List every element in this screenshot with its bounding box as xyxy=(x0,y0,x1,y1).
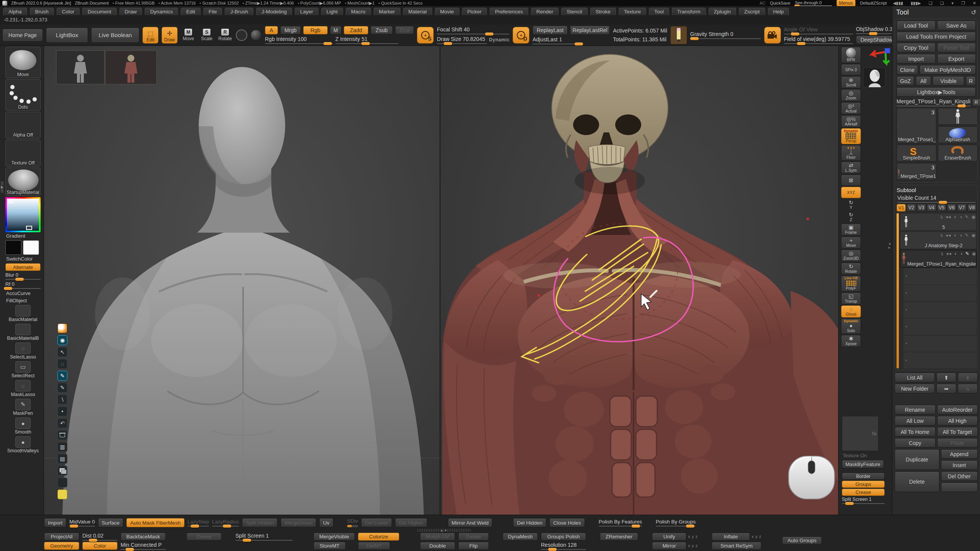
tool-thumbnail-merged-tpose-small[interactable]: 3 Merged_TPose1 xyxy=(897,163,936,180)
dynamic-draw-size-toggle[interactable]: Dynamic xyxy=(489,37,510,42)
menu-item[interactable]: Layer xyxy=(295,8,318,16)
split-screen-slider[interactable]: Split Screen 1 xyxy=(842,497,885,504)
palette-icon[interactable] xyxy=(57,478,67,487)
scale-mode-button[interactable]: S Scale xyxy=(199,29,214,41)
subtool-page-tab[interactable]: V5 xyxy=(937,204,946,212)
scroll-button[interactable]: ⊕ Scroll xyxy=(841,76,861,88)
spix-slider[interactable]: SPix 3 xyxy=(841,64,861,75)
rgb-intensity-slider[interactable]: Rgb Intensity 100 xyxy=(265,36,333,44)
fov-slider[interactable]: Field of view(deg) 39.59775 xyxy=(784,36,853,44)
stroke-replay-icon[interactable]: +D xyxy=(513,27,529,44)
menu-item[interactable]: Edit xyxy=(181,8,200,16)
gradient-label[interactable]: Gradient xyxy=(6,233,44,239)
subtool-empty-row[interactable] xyxy=(903,268,977,284)
brush-smoothvalleys[interactable]: ● SmoothValleys xyxy=(5,436,41,453)
draw-mode-button[interactable]: ✛ Draw xyxy=(162,27,178,44)
visible-count-slider[interactable]: Visible Count 14 xyxy=(897,195,976,203)
angle-of-view-slider[interactable]: Angle Of View xyxy=(784,26,853,34)
save-as-button[interactable]: Save As xyxy=(937,21,976,30)
subtool-page-tab[interactable]: V3 xyxy=(917,204,926,212)
camera-icon[interactable] xyxy=(764,27,781,44)
xyz-button[interactable]: XYZ xyxy=(841,187,861,198)
polypaint-icon[interactable]: ✎ xyxy=(965,214,969,220)
alternate-button[interactable]: Alternate xyxy=(5,263,41,271)
move-up-button[interactable]: ⬆ xyxy=(936,373,956,382)
boolean-difference-icon[interactable]: ◐ xyxy=(954,251,957,256)
menu-item[interactable]: Render xyxy=(531,8,559,16)
polypaint-icon[interactable]: ✎ xyxy=(965,233,969,238)
import-button[interactable]: Import xyxy=(897,54,936,64)
dynamesh-button[interactable]: DynaMesh xyxy=(503,533,538,541)
morph-uv-button[interactable]: Morph UV xyxy=(420,533,455,541)
menu-item[interactable]: Help xyxy=(768,8,789,16)
menu-item[interactable]: Document xyxy=(82,8,117,16)
menu-item[interactable]: Stencil xyxy=(561,8,588,16)
current-alpha-icon[interactable] xyxy=(236,29,247,41)
axis-gizmo[interactable] xyxy=(868,47,891,67)
all-high-button[interactable]: All High xyxy=(937,416,978,425)
menu-item[interactable]: Transform xyxy=(672,8,706,16)
minimize-button[interactable]: ▾ xyxy=(950,1,955,6)
geometry-button[interactable]: Geometry xyxy=(44,542,79,550)
groups-button[interactable]: Groups xyxy=(842,481,885,488)
timeline-scrub-left-icon[interactable]: ◀▮▮▮ xyxy=(891,1,905,6)
lightbox-tools-button[interactable]: Lightbox▶Tools xyxy=(897,87,976,97)
panel-resize-handle[interactable]: ◄► xyxy=(888,242,891,249)
gravity-strength-slider[interactable]: Gravity Strength 0 xyxy=(690,31,761,39)
timeline-scrub-right-icon[interactable]: ▮▮▮▶ xyxy=(909,1,923,6)
boolean-union-icon[interactable]: ●● xyxy=(946,233,951,238)
new-folder-button[interactable]: New Folder xyxy=(895,384,935,393)
menu-item[interactable]: Color xyxy=(57,8,80,16)
zoom3d-button[interactable]: ◎ Zoom3D xyxy=(841,249,861,262)
tool-name-slider[interactable]: Merged_TPose1_Ryan_Kingsli xyxy=(897,98,970,106)
xpose-button[interactable]: ✱ Xpose xyxy=(841,335,861,347)
actual-button[interactable]: ◎¹ Actual xyxy=(841,102,861,114)
reference-thumbnail-gray[interactable] xyxy=(56,51,105,84)
color-swatch-button[interactable]: A xyxy=(265,26,278,34)
focal-shift-slider[interactable]: Focal Shift 40 xyxy=(437,26,510,34)
layout-next-icon[interactable]: ❏ xyxy=(939,1,946,6)
see-through-slider[interactable]: See-through 0 xyxy=(795,0,832,6)
border-button[interactable]: Border xyxy=(842,473,885,480)
inflate-axis-toggles[interactable]: x y z xyxy=(751,535,761,539)
subtool-page-tab[interactable]: V8 xyxy=(967,204,977,212)
visibility-eye-icon[interactable]: ◉ xyxy=(972,233,975,238)
auto-groups-button[interactable]: Auto Groups xyxy=(782,536,822,544)
home-page-button[interactable]: Home Page xyxy=(2,29,43,42)
autoreorder-button[interactable]: AutoReorder xyxy=(937,405,978,414)
rotate-y-button[interactable]: ↻ Y xyxy=(841,199,861,210)
brush-masklasso[interactable]: ◌ MaskLasso xyxy=(5,380,41,397)
subtool-page-tab[interactable]: V4 xyxy=(927,204,936,212)
boolean-start-icon[interactable]: ↴ xyxy=(940,251,944,256)
lightbox-button[interactable]: LightBox xyxy=(46,28,88,43)
boolean-difference-icon[interactable]: ◐ xyxy=(954,214,957,220)
move-into-button[interactable]: ↳ xyxy=(958,384,978,393)
backfacemask-button[interactable]: BackfaceMask xyxy=(121,533,166,541)
color-picker[interactable] xyxy=(5,197,41,232)
floor-button[interactable]: x y z ⊥ Floor xyxy=(841,145,861,161)
active-color-swatch[interactable] xyxy=(57,489,67,499)
colorize-button[interactable]: Colorize xyxy=(358,533,399,541)
solo-button[interactable]: Dynamic ● Solo xyxy=(841,318,861,334)
bpr-button[interactable]: BPR xyxy=(841,47,861,63)
fillobject-button[interactable]: FillObject xyxy=(6,298,44,303)
clone-button[interactable]: Clone xyxy=(897,65,918,75)
left-tray-resize-handle[interactable]: ▒▶▒ xyxy=(1,182,4,192)
restore-button[interactable]: ❐ xyxy=(960,1,967,6)
tool-thumbnail-figure[interactable] xyxy=(938,108,978,125)
menu-item[interactable]: Dynamics xyxy=(145,8,178,16)
mergevisible-button[interactable]: MergeVisible xyxy=(314,533,355,541)
append-button[interactable]: Append xyxy=(941,449,978,459)
unify-axis-toggles[interactable]: x y z xyxy=(688,535,698,539)
goz-all-button[interactable]: All xyxy=(916,76,931,86)
split-screen-bottom-slider[interactable]: Split Screen 1 xyxy=(235,533,293,541)
double-button[interactable]: Double xyxy=(420,542,455,550)
material-basicmaterial[interactable]: BasicMaterial xyxy=(5,305,41,322)
inflate-button[interactable]: Inflate xyxy=(712,533,750,541)
gallery-icon[interactable] xyxy=(57,466,67,476)
boolean-start-icon[interactable]: ↴ xyxy=(939,233,943,238)
gravity-direction-widget[interactable] xyxy=(670,26,687,44)
zremesher-button[interactable]: ZRemesher xyxy=(600,533,638,541)
zoom-button[interactable]: ◎ Zoom xyxy=(841,89,861,101)
lasso-icon[interactable]: ◌ xyxy=(57,359,67,369)
